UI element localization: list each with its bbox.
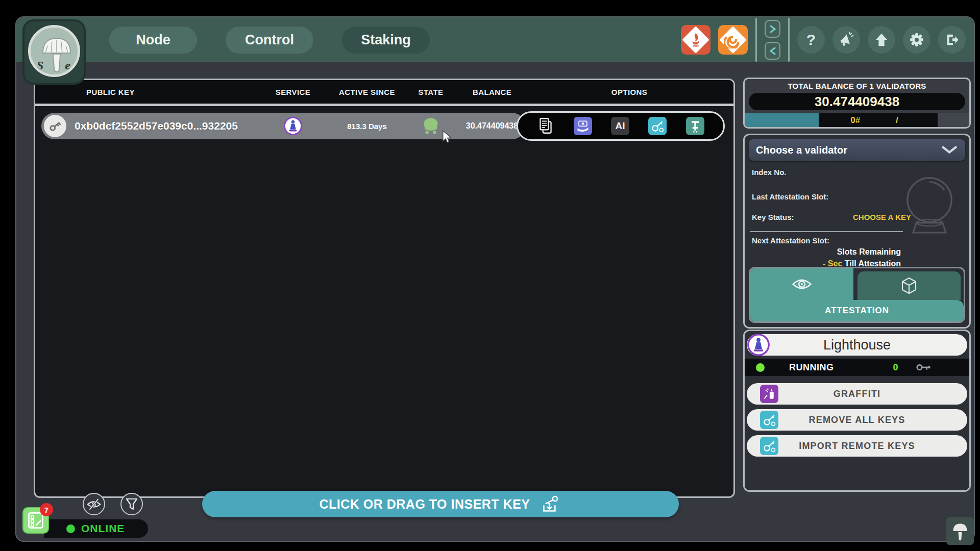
mushroom-logo-icon: S e <box>28 25 80 77</box>
corner-mushroom-button[interactable] <box>946 517 974 545</box>
prometheus-icon <box>687 31 704 48</box>
key-count: 0 <box>893 362 898 373</box>
progress-filled <box>745 113 819 127</box>
copy-icon[interactable] <box>537 116 554 136</box>
help-icon: ? <box>806 31 816 48</box>
tab-staking[interactable]: Staking <box>342 27 430 54</box>
logo-letter-e: e <box>65 59 70 72</box>
chevron-down-icon <box>941 145 958 155</box>
key-icon <box>44 115 66 137</box>
last-attestation-label: Last Attestation Slot: <box>752 192 828 201</box>
app-logo: S e <box>22 19 86 85</box>
toggle-visibility-button[interactable] <box>83 493 105 515</box>
attestation-tab-label: ATTESTATION <box>750 300 964 321</box>
filter-button[interactable] <box>120 493 143 515</box>
validator-tabs: ATTESTATION <box>749 267 965 323</box>
chevron-left-icon <box>769 47 776 55</box>
graffiti-icon <box>760 385 778 403</box>
key-status-value[interactable]: CHOOSE A KEY <box>853 213 911 221</box>
prometheus-button[interactable] <box>681 25 710 55</box>
service-actions: GRAFFITI REMOVE ALL KEYS <box>747 383 967 457</box>
remove-key-icon <box>650 119 665 133</box>
tab-node[interactable]: Node <box>109 27 197 54</box>
remove-all-keys-button[interactable]: REMOVE ALL KEYS <box>747 409 967 431</box>
validator-progress-bar: 0# / <box>745 113 969 127</box>
insert-key-label: CLICK OR DRAG TO INSERT KEY <box>319 497 530 512</box>
service-panel: Lighthouse RUNNING 0 <box>743 330 971 492</box>
ai-icon: AI <box>615 120 625 132</box>
rename-ai-button[interactable]: AI <box>611 117 629 135</box>
service-name-header: Lighthouse <box>747 334 967 356</box>
key-status-label: Key Status: <box>752 213 794 221</box>
service-name: Lighthouse <box>823 337 891 353</box>
remove-key-button[interactable] <box>648 117 667 135</box>
chevron-right-button[interactable] <box>765 20 780 38</box>
key-status-underline <box>750 231 903 232</box>
announcements-button[interactable] <box>832 26 860 54</box>
logout-button[interactable] <box>938 26 966 54</box>
service-cell <box>255 116 331 136</box>
import-remote-keys-button[interactable]: IMPORT REMOTE KEYS <box>747 435 967 457</box>
table-header: PUBLIC KEY SERVICE ACTIVE SINCE STATE BA… <box>35 80 733 104</box>
exit-validator-button[interactable] <box>686 117 704 135</box>
filter-icon <box>125 497 139 511</box>
lighthouse-logo-icon <box>747 333 770 357</box>
exit-validator-icon <box>688 119 702 133</box>
mouse-cursor <box>440 130 454 144</box>
col-service: SERVICE <box>255 88 331 96</box>
app-stage: Node Control Staking <box>0 0 980 551</box>
tab-control[interactable]: Control <box>226 27 313 54</box>
col-balance: BALANCE <box>459 88 525 96</box>
gear-icon <box>909 32 925 48</box>
withdraw-deposit-button[interactable] <box>574 117 592 135</box>
online-dot-icon <box>66 524 75 533</box>
progress-current: 0# <box>850 115 860 126</box>
choose-validator-label: Choose a validator <box>756 144 847 156</box>
megaphone-icon <box>838 32 854 48</box>
eye-icon <box>792 278 812 291</box>
col-active-since: ACTIVE SINCE <box>331 88 403 96</box>
total-balance-panel: TOTAL BALANCE OF 1 VALIDATORS 30.4744094… <box>743 78 971 129</box>
state-active-icon <box>420 116 442 136</box>
graffiti-label: GRAFFITI <box>834 389 881 399</box>
notification-badge: 7 <box>40 503 53 516</box>
status-label: RUNNING <box>789 362 834 373</box>
graffiti-button[interactable]: GRAFFITI <box>747 383 967 405</box>
chevron-right-icon <box>769 25 776 33</box>
remove-all-keys-label: REMOVE ALL KEYS <box>808 415 905 425</box>
import-remote-keys-icon <box>760 437 778 455</box>
balance-value: 30.474409438 <box>459 121 525 131</box>
lighthouse-service-icon <box>283 116 303 136</box>
progress-counter: 0# / <box>819 113 938 127</box>
active-since-value: 813.3 Days <box>331 122 403 131</box>
status-dot-icon <box>756 363 765 372</box>
settings-button[interactable] <box>903 26 930 54</box>
grafana-button[interactable] <box>718 25 748 55</box>
chevron-left-button[interactable] <box>765 42 780 60</box>
service-status-bar: RUNNING 0 <box>745 359 969 376</box>
toolbar-divider-left <box>755 18 757 62</box>
mushroom-icon <box>951 521 969 541</box>
tab-attestation[interactable] <box>750 268 853 300</box>
choose-validator-dropdown[interactable]: Choose a validator <box>749 139 965 161</box>
toolbar-divider-right <box>788 18 790 62</box>
tab-block[interactable] <box>857 271 961 300</box>
col-public-key: PUBLIC KEY <box>35 88 255 96</box>
online-label: ONLINE <box>81 522 125 535</box>
top-bar: Node Control Staking <box>16 17 974 62</box>
total-balance-value: 30.474409438 <box>749 93 965 110</box>
slots-remaining-label: Slots Remaining <box>745 247 901 257</box>
progress-separator: / <box>896 115 898 126</box>
table-row: 0xb0dcf2552d57e039c0...932205 813.3 Days <box>41 111 727 141</box>
main-nav: Node Control Staking <box>109 27 430 54</box>
index-label: Index No. <box>752 168 787 177</box>
help-button[interactable]: ? <box>797 26 825 54</box>
crystal-ball-image <box>905 175 954 236</box>
insert-key-button[interactable]: CLICK OR DRAG TO INSERT KEY <box>202 491 679 517</box>
logout-icon <box>944 32 960 47</box>
eye-off-icon <box>86 497 102 511</box>
panel-chevrons <box>765 20 780 60</box>
table-header-separator <box>35 104 733 106</box>
col-state: STATE <box>403 88 459 96</box>
update-button[interactable] <box>868 26 895 54</box>
